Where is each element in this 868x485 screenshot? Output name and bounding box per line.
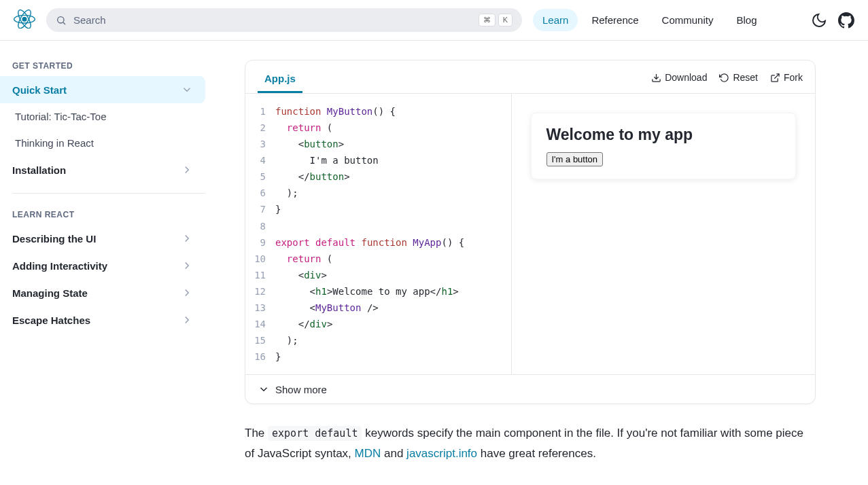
- search-icon: [56, 15, 67, 26]
- code-line: 10 return (: [245, 251, 511, 267]
- search-kbd-hint: ⌘ K: [479, 14, 513, 26]
- sidebar-item-quick-start[interactable]: Quick Start: [0, 76, 205, 103]
- react-logo-icon[interactable]: [14, 10, 35, 31]
- code-playground: App.js Download Reset Fork: [245, 60, 816, 404]
- sidebar: GET STARTED Quick Start Tutorial: Tic-Ta…: [0, 41, 218, 483]
- theme-toggle-icon[interactable]: [811, 12, 827, 29]
- chevron-down-icon: [258, 383, 270, 395]
- sidebar-item-thinking[interactable]: Thinking in React: [0, 130, 218, 156]
- code-line: 8: [245, 218, 511, 234]
- reset-icon: [719, 73, 729, 83]
- sidebar-section-learn-react: LEARN REACT: [0, 203, 218, 225]
- sidebar-section-get-started: GET STARTED: [0, 54, 218, 76]
- sidebar-item-installation[interactable]: Installation: [0, 156, 205, 183]
- playground-header: App.js Download Reset Fork: [245, 60, 815, 94]
- chevron-right-icon: [181, 314, 193, 326]
- fork-button[interactable]: Fork: [770, 72, 803, 83]
- link-mdn[interactable]: MDN: [355, 447, 381, 460]
- nav-learn[interactable]: Learn: [533, 9, 578, 31]
- chevron-right-icon: [181, 164, 193, 176]
- chevron-right-icon: [181, 232, 193, 245]
- code-line: 14 </div>: [245, 316, 511, 332]
- preview-card: Welcome to my app I'm a button: [531, 113, 797, 179]
- sidebar-item-managing-state[interactable]: Managing State: [0, 279, 205, 306]
- sidebar-item-tutorial[interactable]: Tutorial: Tic-Tac-Toe: [0, 103, 218, 130]
- show-more-toggle[interactable]: Show more: [245, 374, 815, 403]
- svg-line-7: [774, 73, 779, 78]
- chevron-right-icon: [181, 287, 193, 299]
- svg-line-5: [63, 22, 65, 24]
- search-box[interactable]: ⌘ K: [46, 8, 522, 32]
- nav-reference[interactable]: Reference: [582, 9, 648, 31]
- sidebar-divider: [12, 193, 205, 194]
- link-jsinfo[interactable]: javascript.info: [406, 447, 477, 460]
- top-header: ⌘ K Learn Reference Community Blog: [0, 0, 868, 41]
- external-link-icon: [770, 73, 780, 83]
- reset-button[interactable]: Reset: [719, 72, 758, 83]
- playground-tab-appjs[interactable]: App.js: [258, 67, 302, 93]
- chevron-down-icon: [181, 84, 193, 96]
- code-line: 2 return (: [245, 120, 511, 136]
- code-line: 12 <h1>Welcome to my app</h1>: [245, 283, 511, 300]
- chevron-right-icon: [181, 259, 193, 272]
- code-line: 7}: [245, 201, 511, 217]
- inline-code: export default: [268, 426, 362, 441]
- preview-heading: Welcome to my app: [546, 126, 781, 144]
- code-line: 5 </button>: [245, 168, 511, 185]
- primary-nav: Learn Reference Community Blog: [533, 9, 766, 31]
- search-input[interactable]: [73, 14, 472, 26]
- preview-pane: Welcome to my app I'm a button: [512, 94, 816, 374]
- code-line: 3 <button>: [245, 136, 511, 152]
- code-line: 4 I'm a button: [245, 152, 511, 168]
- code-line: 16}: [245, 348, 511, 365]
- sidebar-item-adding-interactivity[interactable]: Adding Interactivity: [0, 252, 205, 279]
- prose-paragraph: The export default keywords specify the …: [245, 423, 816, 464]
- code-line: 13 <MyButton />: [245, 300, 511, 316]
- code-editor[interactable]: 1function MyButton() {2 return (3 <butto…: [245, 94, 512, 374]
- github-icon[interactable]: [838, 12, 854, 29]
- download-icon: [651, 73, 661, 83]
- svg-point-4: [58, 16, 64, 22]
- nav-community[interactable]: Community: [653, 9, 723, 31]
- sidebar-item-escape-hatches[interactable]: Escape Hatches: [0, 306, 205, 334]
- code-line: 1function MyButton() {: [245, 103, 511, 120]
- nav-blog[interactable]: Blog: [727, 9, 766, 31]
- sidebar-item-describing-ui[interactable]: Describing the UI: [0, 225, 205, 252]
- code-line: 11 <div>: [245, 267, 511, 283]
- code-line: 6 );: [245, 185, 511, 201]
- main-content: App.js Download Reset Fork: [218, 41, 843, 483]
- svg-point-0: [22, 17, 27, 21]
- download-button[interactable]: Download: [651, 72, 707, 83]
- code-line: 9export default function MyApp() {: [245, 234, 511, 251]
- code-line: 15 );: [245, 332, 511, 348]
- preview-button[interactable]: I'm a button: [546, 152, 604, 166]
